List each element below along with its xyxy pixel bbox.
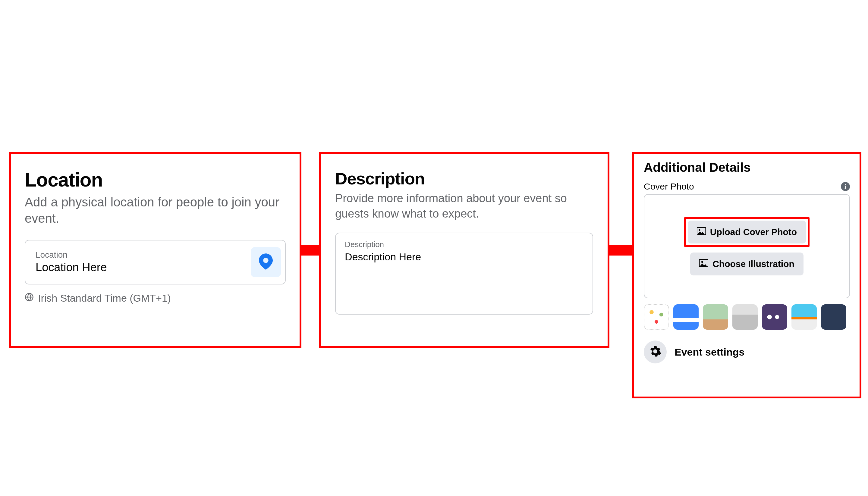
- svg-point-4: [701, 261, 703, 263]
- illustration-button-label: Choose Illustration: [712, 259, 794, 269]
- description-field-label: Description: [345, 240, 584, 249]
- location-pin-button[interactable]: [251, 247, 281, 277]
- event-settings-button[interactable]: Event settings: [644, 341, 850, 363]
- location-subtitle: Add a physical location for people to jo…: [25, 194, 286, 227]
- description-panel: Description Provide more information abo…: [319, 152, 609, 348]
- illustration-thumb-6[interactable]: [791, 304, 817, 330]
- upload-highlight: Upload Cover Photo: [684, 217, 809, 247]
- timezone-row: Irish Standard Time (GMT+1): [25, 292, 286, 304]
- description-subtitle: Provide more information about your even…: [335, 191, 593, 222]
- illustration-thumb-7[interactable]: [821, 304, 846, 330]
- image-icon: [699, 259, 708, 269]
- upload-cover-photo-button[interactable]: Upload Cover Photo: [688, 221, 806, 244]
- illustration-thumb-1[interactable]: [644, 304, 669, 330]
- upload-button-label: Upload Cover Photo: [710, 227, 797, 237]
- globe-icon: [25, 292, 34, 304]
- location-input[interactable]: Location Location Here: [25, 240, 286, 284]
- description-title: Description: [335, 169, 593, 188]
- illustration-thumb-3[interactable]: [703, 304, 728, 330]
- location-field-value: Location Here: [35, 261, 251, 274]
- cover-photo-frame: Upload Cover Photo Choose Illustration: [644, 194, 850, 298]
- choose-illustration-button[interactable]: Choose Illustration: [690, 252, 804, 275]
- additional-details-panel: Additional Details Cover Photo i Upload …: [632, 152, 862, 398]
- location-panel: Location Add a physical location for peo…: [9, 152, 301, 348]
- illustration-thumb-5[interactable]: [762, 304, 787, 330]
- description-field-value: Description Here: [345, 251, 584, 263]
- image-upload-icon: [697, 227, 706, 237]
- illustration-thumb-2[interactable]: [673, 304, 699, 330]
- cover-photo-label: Cover Photo: [644, 182, 694, 192]
- location-field-label: Location: [35, 250, 251, 260]
- svg-point-2: [699, 229, 700, 231]
- additional-title: Additional Details: [644, 160, 850, 175]
- connector-1: [301, 245, 319, 255]
- info-icon[interactable]: i: [841, 182, 850, 191]
- location-title: Location: [25, 169, 286, 191]
- gear-icon: [649, 345, 661, 359]
- description-input[interactable]: Description Description Here: [335, 233, 593, 314]
- illustration-thumbnails: [644, 304, 850, 330]
- connector-2: [609, 245, 632, 255]
- map-pin-icon: [259, 253, 273, 271]
- timezone-text: Irish Standard Time (GMT+1): [38, 292, 171, 304]
- illustration-thumb-4[interactable]: [732, 304, 758, 330]
- event-settings-label: Event settings: [675, 346, 744, 358]
